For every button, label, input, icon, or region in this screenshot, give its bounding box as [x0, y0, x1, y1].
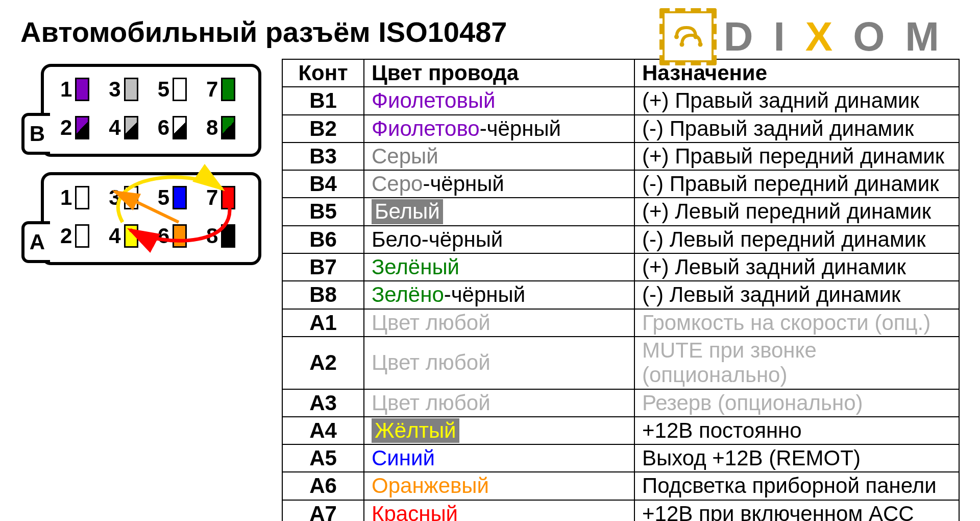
- table-row: A3Цвет любойРезерв (опционально): [282, 389, 959, 417]
- logo-letter: I: [774, 13, 795, 60]
- cell-color: Белый: [364, 198, 634, 225]
- cell-fn: Выход +12В (REMOT): [634, 444, 959, 472]
- svg-point-0: [674, 35, 679, 39]
- table-row: B1Фиолетовый(+) Правый задний динамик: [282, 87, 959, 114]
- logo-letter: M: [905, 13, 949, 60]
- cell-color: Жёлтый: [364, 417, 634, 444]
- pin-B2: 2: [60, 115, 89, 140]
- cell-fn: MUTE при звонке (опционально): [634, 337, 959, 389]
- cell-color: Оранжевый: [364, 472, 634, 500]
- table-row: B5Белый(+) Левый передний динамик: [282, 198, 959, 225]
- table-row: B2Фиолетово-чёрный(-) Правый задний дина…: [282, 115, 959, 143]
- cell-color: Цвет любой: [364, 309, 634, 337]
- pin-B4: 4: [109, 115, 138, 140]
- cell-pin: B7: [282, 253, 364, 281]
- cell-fn: Подсветка приборной панели: [634, 472, 959, 500]
- table-row: A5СинийВыход +12В (REMOT): [282, 444, 959, 472]
- cell-color: Фиолетово-чёрный: [364, 115, 634, 143]
- cell-pin: A6: [282, 472, 364, 500]
- cell-color: Цвет любой: [364, 389, 634, 417]
- pin-A2: 2: [60, 224, 89, 248]
- cell-color: Серый: [364, 143, 634, 170]
- cell-pin: B8: [282, 281, 364, 309]
- logo-letter: X: [805, 13, 843, 60]
- cell-fn: Резерв (опционально): [634, 389, 959, 417]
- cell-color: Бело-чёрный: [364, 226, 634, 253]
- cell-fn: (+) Правый передний динамик: [634, 143, 959, 170]
- table-row: B6Бело-чёрный(-) Левый передний динамик: [282, 226, 959, 253]
- table-row: A2Цвет любойMUTE при звонке (опционально…: [282, 337, 959, 389]
- cell-color: Красный: [364, 500, 634, 521]
- block-label: A: [21, 221, 50, 263]
- pinout-table: Конт Цвет провода Назначение B1Фиолетовы…: [282, 59, 960, 521]
- cell-pin: B4: [282, 170, 364, 198]
- svg-point-3: [698, 42, 702, 47]
- pin-A7: 7: [206, 185, 235, 210]
- cell-fn: Громкость на скорости (опц.): [634, 309, 959, 337]
- cell-pin: A4: [282, 417, 364, 444]
- table-row: A6ОранжевыйПодсветка приборной панели: [282, 472, 959, 500]
- logo-letter: D: [724, 13, 764, 60]
- brand-logo: D I X O M: [663, 11, 949, 62]
- logo-letter: O: [853, 13, 895, 60]
- pin-B5: 5: [158, 77, 187, 102]
- table-row: A4Жёлтый+12В постоянно: [282, 417, 959, 444]
- connector-block-B: B13572468: [41, 64, 261, 157]
- cell-fn: (-) Левый задний динамик: [634, 281, 959, 309]
- cell-pin: A2: [282, 337, 364, 389]
- chip-icon: [663, 11, 714, 62]
- svg-point-1: [693, 35, 698, 39]
- cell-pin: A3: [282, 389, 364, 417]
- pin-A1: 1: [60, 185, 89, 210]
- pin-A8: 8: [206, 224, 235, 248]
- cell-fn: +12В постоянно: [634, 417, 959, 444]
- cell-pin: A7: [282, 500, 364, 521]
- pin-B6: 6: [158, 115, 187, 140]
- table-row: B7Зелёный(+) Левый задний динамик: [282, 253, 959, 281]
- pin-A6: 6: [158, 224, 187, 248]
- table-row: B4Серо-чёрный(-) Правый передний динамик: [282, 170, 959, 198]
- th-fn: Назначение: [634, 59, 959, 87]
- table-row: B8Зелёно-чёрный(-) Левый задний динамик: [282, 281, 959, 309]
- pin-A5: 5: [158, 185, 187, 210]
- cell-pin: B5: [282, 198, 364, 225]
- block-label: B: [21, 113, 50, 155]
- table-row: A1Цвет любойГромкость на скорости (опц.): [282, 309, 959, 337]
- svg-point-2: [679, 42, 684, 47]
- pin-B8: 8: [206, 115, 235, 140]
- cell-color: Фиолетовый: [364, 87, 634, 114]
- cell-color: Цвет любой: [364, 337, 634, 389]
- cell-pin: B3: [282, 143, 364, 170]
- th-pin: Конт: [282, 59, 364, 87]
- cell-fn: (+) Левый задний динамик: [634, 253, 959, 281]
- cell-color: Зелёный: [364, 253, 634, 281]
- th-color: Цвет провода: [364, 59, 634, 87]
- cell-color: Синий: [364, 444, 634, 472]
- cell-color: Серо-чёрный: [364, 170, 634, 198]
- cell-fn: (-) Правый задний динамик: [634, 115, 959, 143]
- cell-pin: A1: [282, 309, 364, 337]
- cell-fn: (+) Левый передний динамик: [634, 198, 959, 225]
- pin-A3: 3: [109, 185, 138, 210]
- pin-B3: 3: [109, 77, 138, 102]
- cell-fn: (-) Правый передний динамик: [634, 170, 959, 198]
- cell-fn: (-) Левый передний динамик: [634, 226, 959, 253]
- cell-color: Зелёно-чёрный: [364, 281, 634, 309]
- cell-pin: A5: [282, 444, 364, 472]
- cell-fn: (+) Правый задний динамик: [634, 87, 959, 114]
- cell-pin: B2: [282, 115, 364, 143]
- table-row: B3Серый(+) Правый передний динамик: [282, 143, 959, 170]
- table-row: A7Красный+12В при включенном ACC: [282, 500, 959, 521]
- pin-A4: 4: [109, 224, 138, 248]
- cell-pin: B1: [282, 87, 364, 114]
- pin-B7: 7: [206, 77, 235, 102]
- pin-B1: 1: [60, 77, 89, 102]
- connector-block-A: A13572468: [41, 172, 261, 265]
- cell-fn: +12В при включенном ACC: [634, 500, 959, 521]
- connector-diagram: B13572468A13572468: [20, 64, 261, 265]
- cell-pin: B6: [282, 226, 364, 253]
